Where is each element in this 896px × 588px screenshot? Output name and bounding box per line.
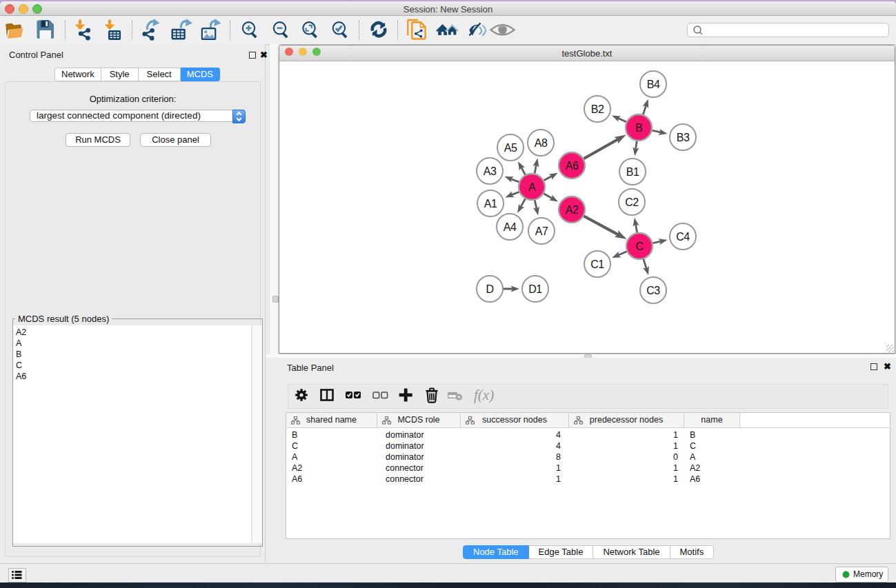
svg-text:C4: C4	[676, 231, 690, 243]
svg-text:A7: A7	[535, 225, 548, 237]
svg-text:B4: B4	[647, 79, 660, 90]
svg-text:B: B	[635, 122, 642, 134]
svg-text:A5: A5	[504, 142, 517, 154]
svg-text:C: C	[635, 241, 643, 252]
svg-text:A: A	[528, 181, 536, 193]
svg-text:C3: C3	[646, 285, 660, 296]
svg-text:A6: A6	[566, 160, 579, 172]
svg-text:f(x): f(x)	[474, 387, 494, 403]
svg-text:C1: C1	[590, 258, 604, 270]
svg-text:B1: B1	[626, 166, 639, 178]
svg-text:A4: A4	[504, 221, 517, 233]
svg-text:D: D	[486, 283, 493, 295]
svg-text:A2: A2	[566, 204, 579, 216]
svg-text:B3: B3	[677, 132, 690, 143]
svg-text:D1: D1	[528, 283, 542, 295]
svg-text:A3: A3	[484, 165, 497, 177]
svg-text:B2: B2	[591, 103, 604, 115]
svg-text:A8: A8	[535, 137, 548, 149]
svg-text:C2: C2	[625, 196, 639, 208]
svg-text:A1: A1	[484, 198, 497, 210]
